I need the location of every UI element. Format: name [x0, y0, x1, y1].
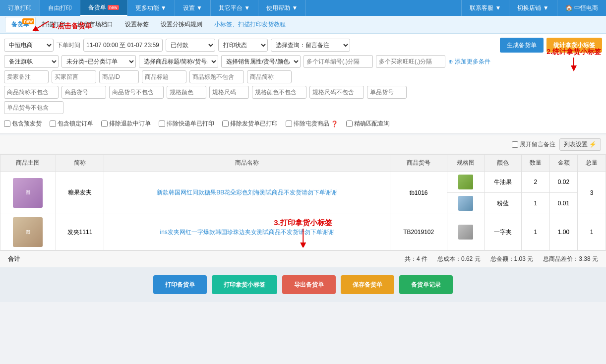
print-status-select[interactable]: 打印状态 — [218, 39, 268, 52]
product-no-not-contain-input[interactable] — [109, 86, 164, 99]
multi-ww-input[interactable] — [376, 55, 445, 68]
single-product-no-input[interactable] — [367, 86, 407, 99]
cb-no-express-printed[interactable]: 排除快递单已打印 — [159, 120, 214, 128]
nav-help[interactable]: 使用帮助 ▼ — [258, 0, 306, 16]
spec-color-3: 一字夹 — [485, 214, 522, 250]
spec-qty-2: 1 — [522, 193, 550, 214]
show-remark-checkbox[interactable] — [512, 141, 518, 148]
generate-stock-btn[interactable]: 生成备货单 — [500, 38, 544, 53]
size-not-contain-input[interactable] — [309, 86, 364, 99]
date-range-input[interactable] — [83, 39, 163, 52]
single-product-no-not-contain-input[interactable] — [4, 101, 63, 114]
spec-price-1: 0.02 — [549, 172, 578, 193]
product-no-input[interactable] — [61, 86, 106, 99]
col-price: 金额 — [549, 155, 578, 172]
remark-flag-select[interactable]: 备注旗帜 — [4, 55, 59, 68]
spec-qty-3: 1 — [522, 214, 550, 250]
total-amount: 总金额：1.03 元 — [490, 255, 534, 263]
time-label: 下单时间 — [57, 41, 80, 50]
col-spec-img: 规格图 — [447, 155, 485, 172]
goods-select[interactable]: 选择商品标题/简称/货号/规 — [139, 55, 218, 68]
spec-size-input[interactable] — [209, 86, 249, 99]
short-name-not-contain-input[interactable] — [4, 86, 59, 99]
show-remark-label[interactable]: 展开留言备注 — [512, 140, 555, 149]
cb-no-stock-goods[interactable]: 排除屯货商品 ❓ — [286, 120, 338, 128]
nav-more-functions[interactable]: 更多功能 ▼ — [127, 0, 175, 16]
bottom-button-bar: 打印备货单 打印拿货小标签 导出备货单 保存备货单 备货单记录 — [0, 267, 606, 302]
sales-attr-select[interactable]: 选择销售属性/货号/颜色/规 — [221, 55, 301, 68]
cb-pre-ship[interactable]: 包含预发货 — [4, 120, 42, 128]
main-table: 商品主图 简称 商品名称 商品货号 规格图 颜色 数量 金额 总量 图 — [0, 154, 606, 250]
spec-img-1 — [447, 172, 485, 193]
col-product-no: 商品货号 — [390, 155, 447, 172]
tab-sort-rules[interactable]: 设置分拣码规则 — [155, 17, 208, 32]
tab-market-stall[interactable]: 设定市场档口 — [71, 17, 119, 32]
col-product-name: 商品名称 — [104, 155, 390, 172]
col-color: 颜色 — [485, 155, 522, 172]
save-stock-btn[interactable]: 保存备货单 — [341, 275, 394, 294]
product-main-img-2: 图 — [0, 214, 56, 250]
stats-pick-label-btn[interactable]: 统计拿货小标签 — [546, 38, 602, 53]
title-not-contain-input[interactable] — [189, 70, 244, 83]
order-type-select[interactable]: 未分类+已分类订单 — [61, 55, 136, 68]
nav-order-print[interactable]: 订单打印 — [0, 0, 40, 16]
query-select[interactable]: 选择查询：留言备注 — [271, 39, 350, 52]
product-full-name: 新款韩国网红同款糖果BB花朵彩色刘海测试商品不发货请勿下单谢谢 — [104, 172, 390, 214]
product-link[interactable]: 新款韩国网红同款糖果BB花朵彩色刘海测试商品不发货请勿下单谢谢 — [157, 189, 337, 196]
product-full-name-2: ins发夹网红一字爆款韩国珍珠边夹女测试商品不发货请勿下单谢谢 — [104, 214, 390, 250]
cb-exact-match[interactable]: 精确匹配查询 — [346, 120, 390, 128]
total-cost: 总成本：0.62 元 — [437, 255, 481, 263]
tab-scan-print[interactable]: 扫描打印 — [36, 17, 71, 32]
spec-img-2 — [447, 193, 485, 214]
stock-record-btn[interactable]: 备货单记录 — [399, 275, 453, 294]
spec-color-2: 粉蓝 — [485, 193, 522, 214]
col-qty: 数量 — [522, 155, 550, 172]
nav-stock-list[interactable]: 备货单 new — [80, 0, 127, 16]
nav-other-platforms[interactable]: 其它平台 ▼ — [211, 0, 258, 16]
spec-img-3 — [447, 214, 485, 250]
tab-stock-list[interactable]: 备货单 new — [5, 17, 36, 32]
nav-settings[interactable]: 设置 ▼ — [175, 0, 211, 16]
product-no-cell: tb1016 — [390, 172, 447, 214]
product-short-name: 糖果发夹 — [56, 172, 104, 214]
print-pick-label-btn[interactable]: 打印拿货小标签 — [212, 275, 277, 294]
nav-switch-shop[interactable]: 切换店铺 ▼ — [509, 0, 556, 16]
export-stock-btn[interactable]: 导出备货单 — [282, 275, 336, 294]
color-not-contain-input[interactable] — [252, 86, 306, 99]
table-row: 图 糖果发夹 新款韩国网红同款糖果BB花朵彩色刘海测试商品不发货请勿下单谢谢 t… — [0, 172, 606, 193]
product-link-2[interactable]: ins发夹网红一字爆款韩国珍珠边夹女测试商品不发货请勿下单谢谢 — [160, 229, 334, 236]
tab-tutorial-link[interactable]: 小标签、扫描打印发货教程 — [208, 17, 292, 32]
spec-color-input[interactable] — [167, 86, 206, 99]
add-more-conditions[interactable]: ⊕ 添加更多条件 — [448, 58, 490, 66]
nav-shop-name[interactable]: 🏠 中恒电商 — [557, 0, 606, 16]
nav-free-print[interactable]: 自由打印 — [40, 0, 80, 16]
col-total: 总量 — [578, 155, 606, 172]
print-stock-btn[interactable]: 打印备货单 — [153, 275, 207, 294]
list-set-button[interactable]: 列表设置 ⚡ — [559, 138, 601, 151]
shop-select[interactable]: 中恒电商 — [4, 39, 54, 52]
product-title-input[interactable] — [142, 70, 186, 83]
nav-contact[interactable]: 联系客服 ▼ — [461, 0, 509, 16]
col-short-name: 简称 — [56, 155, 104, 172]
row-total-qty-2: 1 — [578, 214, 606, 250]
help-icon[interactable]: ❓ — [331, 121, 338, 127]
spec-price-2: 0.01 — [549, 193, 578, 214]
spec-color-1: 牛油果 — [485, 172, 522, 193]
cb-no-delivery-printed[interactable]: 排除发货单已打印 — [222, 120, 278, 128]
col-main-img: 商品主图 — [0, 155, 56, 172]
pay-status-select[interactable]: 已付款 — [166, 39, 215, 52]
product-id-input[interactable] — [99, 70, 139, 83]
product-no-cell-2: TB2019102 — [390, 214, 447, 250]
tab-set-label[interactable]: 设置标签 — [119, 17, 155, 32]
cb-locked[interactable]: 包含锁定订单 — [50, 120, 93, 128]
multi-order-input[interactable] — [303, 55, 373, 68]
table-row: 图 发夹1111 ins发夹网红一字爆款韩国珍珠边夹女测试商品不发货请勿下单谢谢… — [0, 214, 606, 250]
total-items: 共：4 件 — [405, 255, 427, 263]
buyer-note-input[interactable] — [52, 70, 96, 83]
total-diff: 总商品差价：3.38 元 — [543, 255, 598, 263]
cb-no-refund[interactable]: 排除退款中订单 — [101, 120, 151, 128]
row-total-qty: 3 — [578, 172, 606, 214]
seller-note-input[interactable] — [4, 70, 49, 83]
sub-tab-badge: new — [22, 18, 34, 24]
product-short-name-input[interactable] — [247, 70, 292, 83]
